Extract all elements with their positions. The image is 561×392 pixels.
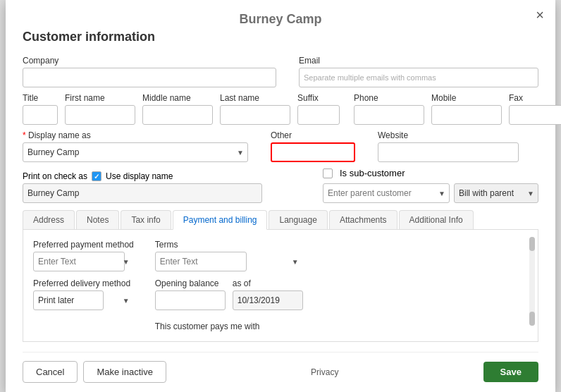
display-name-wrapper: ▼ [23,142,248,162]
title-label: Title [23,93,58,103]
suffix-input[interactable] [297,105,340,125]
opening-balance-field: Opening balance as of [155,278,303,310]
as-of-label: as of [233,278,303,288]
website-field-group: Website [378,130,519,162]
use-display-name-checkbox[interactable] [92,171,101,181]
as-of-input[interactable] [233,290,303,310]
company-email-row: Company Email [23,56,538,87]
lastname-field-group: Last name [220,93,290,125]
email-field-group: Email [299,56,538,87]
sub-customer-row: Is sub-customer [323,168,538,178]
dialog-title: Customer information [23,30,538,44]
print-on-check-label: Print on check as [23,171,87,181]
opening-balance-input[interactable] [155,290,226,310]
terms-arrow[interactable]: ▼ [292,258,299,266]
privacy-link[interactable]: Privacy [311,367,338,377]
sub-customer-field-group: Is sub-customer ▼ ▼ [323,168,538,203]
tab-language[interactable]: Language [269,210,327,229]
title-field-group: Title [23,93,58,125]
parent-customer-wrapper: ▼ [323,183,450,203]
tab-tax-info[interactable]: Tax info [121,210,171,229]
lastname-input[interactable] [220,105,290,125]
display-other-website-row: * Display name as ▼ Other Website [23,130,538,162]
save-button[interactable]: Save [483,362,538,382]
preferred-delivery-dropdown: ▼ [33,290,134,310]
use-display-name-label: Use display name [106,171,173,181]
tabs: Address Notes Tax info Payment and billi… [23,210,538,229]
company-field-group: Company [23,56,276,87]
tab-col-left: Preferred payment method ▼ Preferred del… [33,240,134,331]
display-name-label: * Display name as [23,130,248,140]
preferred-delivery-input[interactable] [33,290,104,310]
scrollbar[interactable] [529,237,535,326]
tab-additional-info[interactable]: Additional Info [399,210,474,229]
bill-with-parent-input[interactable] [454,183,538,203]
phone-field-group: Phone [354,93,424,125]
firstname-input[interactable] [65,105,135,125]
form-section: Company Email Title First name Middle na… [23,56,538,203]
middlename-field-group: Middle name [142,93,213,125]
preferred-payment-dropdown: ▼ [33,252,134,271]
terms-dropdown: ▼ [155,252,303,271]
footer-left: Cancel Make inactive [23,361,166,383]
other-input[interactable] [271,142,355,162]
tab-attachments[interactable]: Attachments [329,210,397,229]
other-label: Other [271,130,355,140]
sub-customer-checkbox[interactable] [323,169,333,178]
other-field-group: Other [271,130,355,162]
preferred-delivery-arrow[interactable]: ▼ [123,297,130,305]
phone-label: Phone [354,93,424,103]
website-label: Website [378,130,519,140]
tabs-container: Address Notes Tax info Payment and billi… [23,210,538,230]
scroll-thumb-top[interactable] [529,237,535,251]
tab-address[interactable]: Address [23,210,75,229]
print-check-label-row: Print on check as Use display name [23,171,262,181]
lastname-label: Last name [220,93,290,103]
parent-customer-input[interactable] [323,183,450,203]
suffix-field-group: Suffix [297,93,340,125]
tab-col-right: Terms ▼ Opening balance as of [155,240,303,331]
email-input[interactable] [299,68,538,87]
mobile-field-group: Mobile [431,93,502,125]
tab-content-inner: Preferred payment method ▼ Preferred del… [33,240,528,331]
opening-balance-row: Opening balance as of [155,278,303,310]
cancel-button[interactable]: Cancel [23,361,78,383]
print-subcustomer-row: Print on check as Use display name Is su… [23,168,538,203]
mobile-label: Mobile [431,93,502,103]
bill-parent-wrapper: ▼ [454,183,538,203]
preferred-delivery-label: Preferred delivery method [33,278,134,288]
close-button[interactable]: × [536,8,544,22]
terms-label: Terms [155,240,303,250]
print-on-check-input[interactable] [23,183,262,203]
terms-input[interactable] [155,252,247,271]
name-phone-row: Title First name Middle name Last name S… [23,93,538,125]
customer-information-dialog: Burney Camp × Customer information Compa… [6,0,555,392]
tab-payment-billing[interactable]: Payment and billing [173,210,268,230]
preferred-payment-field: Preferred payment method ▼ [33,240,134,271]
company-label: Company [23,56,276,66]
fax-label: Fax [509,93,561,103]
middlename-input[interactable] [142,105,213,125]
company-input[interactable] [23,68,276,87]
opening-balance-label: Opening balance [155,278,226,288]
mobile-input[interactable] [431,105,502,125]
phone-input[interactable] [354,105,424,125]
firstname-label: First name [65,93,135,103]
middlename-label: Middle name [142,93,213,103]
email-label: Email [299,56,538,66]
scroll-thumb-bottom[interactable] [529,312,535,326]
preferred-delivery-field: Preferred delivery method ▼ [33,278,134,310]
make-inactive-button[interactable]: Make inactive [83,361,166,383]
print-check-field-group: Print on check as Use display name [23,171,262,203]
display-name-field-group: * Display name as ▼ [23,130,248,162]
fax-input[interactable] [509,105,561,125]
website-input[interactable] [378,142,519,162]
tab-notes[interactable]: Notes [76,210,119,229]
terms-field: Terms ▼ [155,240,303,271]
suffix-label: Suffix [297,93,340,103]
preferred-payment-input[interactable] [33,252,125,271]
display-name-input[interactable] [23,142,248,162]
title-input[interactable] [23,105,58,125]
sub-customer-label: Is sub-customer [340,168,405,178]
this-customer-text: This customer pays me with [155,321,303,331]
